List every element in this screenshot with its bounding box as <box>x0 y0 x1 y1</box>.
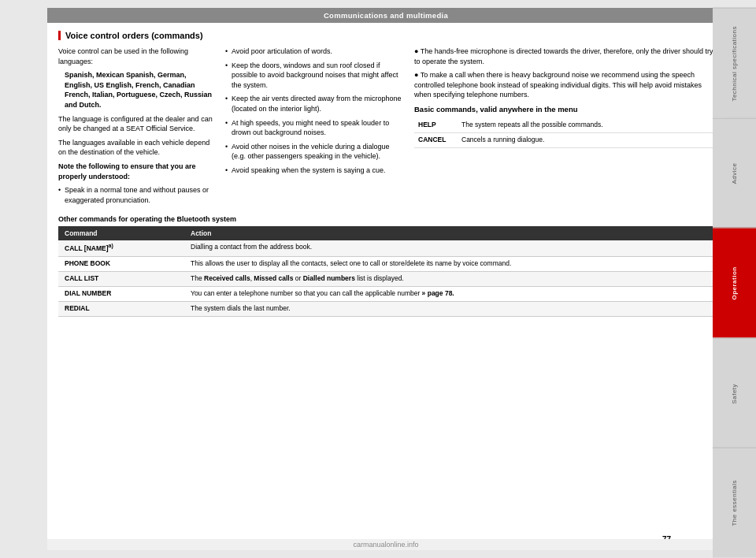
header-bar: Communications and multimedia <box>47 8 724 23</box>
cmd-redial: REDIAL <box>58 301 184 316</box>
cancel-action: Cancels a running dialogue. <box>458 133 713 148</box>
cancel-cmd: CANCEL <box>414 133 458 148</box>
table-row: PHONE BOOK This allows the user to displ… <box>58 257 713 272</box>
watermark: carmanualonline.info <box>47 539 724 550</box>
table-row: CALL [NAME]a) Dialling a contact from th… <box>58 240 713 256</box>
sidebar-tab-advice[interactable]: Advice <box>713 118 756 229</box>
sidebar-tab-operation[interactable]: Operation <box>713 228 756 338</box>
mini-table: HELP The system repeats all the possible… <box>414 118 713 148</box>
languages-text: Spanish, Mexican Spanish, German, Englis… <box>65 70 216 110</box>
cmd-phone-book: PHONE BOOK <box>58 257 184 272</box>
table-header-row: Command Action <box>58 226 713 240</box>
header-title: Communications and multimedia <box>324 11 448 20</box>
action-dial-number: You can enter a telephone number so that… <box>184 286 713 301</box>
action-call-list: The Received calls, Missed calls or Dial… <box>184 271 713 286</box>
other-commands-title: Other commands for operating the Bluetoo… <box>58 215 713 223</box>
col-middle: Avoid poor articulation of words. Keep t… <box>225 46 405 209</box>
right-para2: ● To make a call when there is heavy bac… <box>414 70 713 100</box>
help-cmd: HELP <box>414 118 458 132</box>
para1-text: The language is configured at the dealer… <box>58 114 216 134</box>
mini-table-row-help: HELP The system repeats all the possible… <box>414 118 713 132</box>
left-bullet-list: Speak in a normal tone and without pause… <box>58 185 216 205</box>
col-header-action: Action <box>184 226 713 240</box>
cmd-dial-number: DIAL NUMBER <box>58 286 184 301</box>
right-sidebar: Technical specifications Advice Operatio… <box>713 8 756 558</box>
sidebar-tab-safety[interactable]: Safety <box>713 338 756 448</box>
col-header-command: Command <box>58 226 184 240</box>
cmd-call-name: CALL [NAME]a) <box>58 240 184 256</box>
main-commands-table: Command Action CALL [NAME]a) Dialling a … <box>58 226 713 316</box>
table-row: CALL LIST The Received calls, Missed cal… <box>58 271 713 286</box>
middle-bullet-3: Keep the air vents directed away from th… <box>225 94 405 113</box>
content-area: Voice control orders (commands) Voice co… <box>47 23 724 323</box>
middle-bullet-5: Avoid other noises in the vehicle during… <box>225 142 405 162</box>
col-right: ● The hands-free microphone is directed … <box>414 46 713 209</box>
table-row: REDIAL The system dials the last number. <box>58 301 713 316</box>
help-action: The system repeats all the possible comm… <box>458 118 713 132</box>
action-phone-book: This allows the user to display all the … <box>184 257 713 272</box>
para2-text: The languages available in each vehicle … <box>58 138 216 158</box>
middle-bullet-1: Avoid poor articulation of words. <box>225 46 405 57</box>
action-call-name: Dialling a contact from the address book… <box>184 240 713 256</box>
page-container: Communications and multimedia Voice cont… <box>47 8 724 550</box>
right-para1: ● The hands-free microphone is directed … <box>414 46 713 66</box>
three-col-layout: Voice control can be used in the followi… <box>58 46 713 209</box>
sidebar-tab-technical[interactable]: Technical specifications <box>713 8 756 118</box>
table-row: DIAL NUMBER You can enter a telephone nu… <box>58 286 713 301</box>
section-title: Voice control orders (commands) <box>58 31 713 40</box>
action-redial: The system dials the last number. <box>184 301 713 316</box>
intro-text: Voice control can be used in the followi… <box>58 46 216 66</box>
middle-bullet-list: Avoid poor articulation of words. Keep t… <box>225 46 405 176</box>
mini-table-row-cancel: CANCEL Cancels a running dialogue. <box>414 133 713 148</box>
basic-commands-title: Basic commands, valid anywhere in the me… <box>414 104 713 114</box>
left-bullet-1: Speak in a normal tone and without pause… <box>58 185 216 205</box>
middle-bullet-6: Avoid speaking when the system is saying… <box>225 166 405 176</box>
note-title: Note the following to ensure that you ar… <box>58 162 216 181</box>
middle-bullet-4: At high speeds, you might need to speak … <box>225 118 405 138</box>
sidebar-tab-essentials[interactable]: The essentials <box>713 448 756 558</box>
col-left: Voice control can be used in the followi… <box>58 46 216 209</box>
cmd-call-list: CALL LIST <box>58 271 184 286</box>
middle-bullet-2: Keep the doors, windows and sun roof clo… <box>225 61 405 91</box>
